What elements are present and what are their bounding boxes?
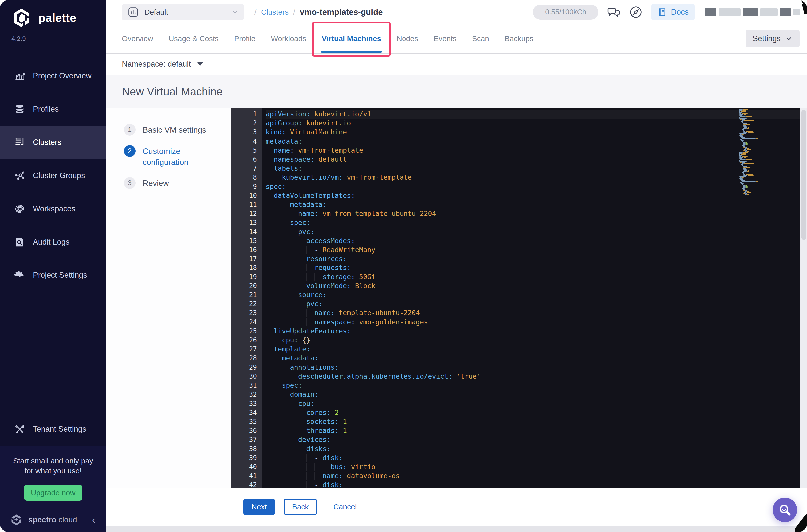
compass-icon (629, 5, 643, 19)
line-number: 6 (231, 155, 257, 164)
minimap-row (738, 183, 772, 184)
wizard-step-customize-configuration[interactable]: 2Customize configuration (124, 145, 231, 168)
project-overview-icon (14, 70, 25, 82)
line-number: 27 (231, 345, 257, 354)
sidebar-item-cluster-groups[interactable]: Cluster Groups (0, 159, 107, 192)
sidebar-footer: spectro cloud ‹ (0, 507, 107, 532)
cancel-button[interactable]: Cancel (333, 499, 357, 515)
minimap-row (738, 153, 772, 154)
project-select-value: Default (145, 8, 226, 17)
code-line: pvc: (266, 300, 807, 308)
sidebar-logo-block: palette 4.2.9 (0, 0, 107, 43)
code-line: metadata: (266, 137, 807, 146)
tab-virtual-machines[interactable]: Virtual Machines (322, 24, 381, 53)
sidebar-item-label: Project Overview (33, 72, 91, 80)
search-fab-button[interactable] (772, 497, 797, 522)
caret-down-icon[interactable] (198, 62, 203, 66)
minimap-row (738, 126, 772, 127)
tab-nodes[interactable]: Nodes (396, 24, 418, 53)
minimap-row (738, 189, 772, 190)
minimap-row (738, 136, 772, 137)
line-number: 21 (231, 290, 257, 300)
tab-overview[interactable]: Overview (122, 24, 153, 53)
code-line: name: datavolume-os (266, 471, 807, 480)
editor-minimap[interactable] (738, 109, 772, 195)
minimap-row (738, 127, 772, 128)
chat-bubbles-icon (607, 5, 620, 19)
minimap-row (738, 149, 772, 150)
sidebar-item-label: Audit Logs (33, 238, 70, 247)
yaml-editor[interactable]: 1234567891011121314151617181920212223242… (231, 108, 807, 488)
sidebar-item-project-overview[interactable]: Project Overview (0, 59, 107, 92)
tenant-settings-icon (14, 423, 25, 435)
tab-scan[interactable]: Scan (472, 24, 489, 53)
code-line: dataVolumeTemplates: (266, 191, 807, 200)
sidebar-item-clusters[interactable]: Clusters (0, 126, 107, 159)
project-scope-select[interactable]: Default (122, 4, 244, 20)
minimap-row (738, 144, 772, 145)
tab-profile[interactable]: Profile (234, 24, 255, 53)
editor-code[interactable]: apiVersion: kubevirt.io/v1apiGroup: kube… (262, 108, 807, 488)
sidebar-collapse-chevron[interactable]: ‹ (92, 515, 95, 525)
minimap-row (738, 180, 772, 180)
line-number: 33 (231, 399, 257, 408)
minimap-row (738, 125, 772, 126)
minimap-row (738, 168, 772, 169)
code-line: storage: 50Gi (266, 272, 807, 282)
minimap-row (738, 143, 772, 144)
code-line: domain: (266, 390, 807, 399)
code-line: kind: VirtualMachine (266, 128, 807, 137)
code-line: source: (266, 290, 807, 300)
sidebar-item-project-settings[interactable]: Project Settings (0, 259, 107, 292)
tab-events[interactable]: Events (434, 24, 457, 53)
code-line: bus: virtio (266, 462, 807, 471)
tab-usage-costs[interactable]: Usage & Costs (169, 24, 219, 53)
editor-scrollbar-thumb[interactable] (801, 110, 806, 240)
tab-backups[interactable]: Backups (505, 24, 533, 53)
wizard-step-review[interactable]: 3Review (124, 177, 231, 189)
minimap-row (738, 158, 772, 158)
sidebar-item-tenant-settings[interactable]: Tenant Settings (0, 412, 107, 445)
user-account-redacted[interactable] (705, 8, 800, 17)
next-button[interactable]: Next (243, 499, 275, 515)
docs-button[interactable]: Docs (651, 4, 695, 20)
minimap-row (738, 182, 772, 183)
step-number-badge: 2 (124, 145, 136, 157)
code-line: labels: (266, 164, 807, 173)
code-line: spec: (266, 182, 807, 191)
code-line: namespace: default (266, 155, 807, 164)
line-number: 26 (231, 336, 257, 345)
minimap-row (738, 120, 772, 121)
minimap-row (738, 109, 772, 110)
breadcrumb-clusters-link[interactable]: Clusters (261, 8, 288, 17)
minimap-row (738, 115, 772, 116)
minimap-row (738, 117, 772, 118)
code-line: namespace: vmo-golden-images (266, 318, 807, 327)
minimap-row (738, 130, 772, 131)
line-number: 5 (231, 146, 257, 155)
explore-compass-button[interactable] (629, 5, 643, 19)
sidebar-item-profiles[interactable]: Profiles (0, 92, 107, 126)
wizard-stepper: 1Basic VM settings2Customize configurati… (107, 108, 231, 488)
cluster-settings-button[interactable]: Settings (746, 30, 800, 48)
line-number: 23 (231, 308, 257, 318)
line-number: 10 (231, 191, 257, 200)
code-line: disks: (266, 444, 807, 453)
editor-scrollbar[interactable] (800, 108, 807, 488)
redacted-block (718, 8, 740, 16)
code-line: name: vm-from-template-ubuntu-2204 (266, 209, 807, 218)
tab-label: Virtual Machines (322, 35, 381, 43)
tab-workloads[interactable]: Workloads (271, 24, 306, 53)
wizard-step-basic-vm-settings[interactable]: 1Basic VM settings (124, 124, 231, 136)
minimap-row (738, 162, 772, 163)
footer-brand-spectro: spectro (29, 515, 56, 524)
sidebar-item-workspaces[interactable]: Workspaces (0, 192, 107, 225)
line-number: 37 (231, 435, 257, 444)
tab-label: Nodes (396, 35, 418, 43)
minimap-row (738, 157, 772, 158)
upgrade-now-button[interactable]: Upgrade now (24, 485, 82, 500)
feedback-chat-button[interactable] (607, 5, 620, 19)
sidebar-item-audit-logs[interactable]: Audit Logs (0, 225, 107, 259)
active-tab-underline (321, 51, 381, 53)
back-button[interactable]: Back (284, 499, 317, 515)
